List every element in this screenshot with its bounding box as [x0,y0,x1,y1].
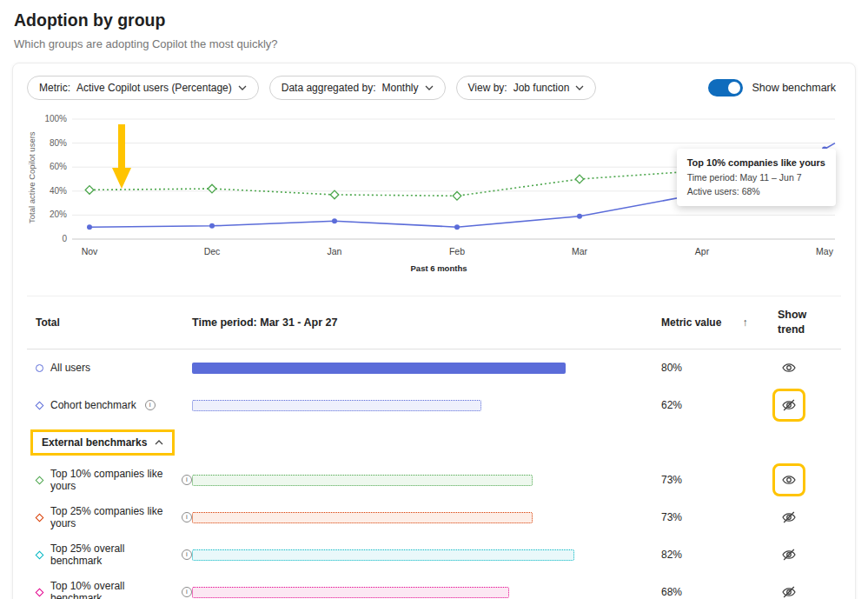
chevron-down-icon [238,85,247,90]
info-icon[interactable] [145,400,156,410]
metric-filter-label: Metric: [39,82,70,94]
chart-tooltip: Top 10% companies like yours Time period… [677,149,836,206]
table-row-cohort-benchmark: Cohort benchmark 62% [27,387,841,424]
svg-text:100%: 100% [44,114,67,123]
show-benchmark-label: Show benchmark [752,82,836,94]
benchmark-toggle-group: Show benchmark [708,79,836,97]
row-label: Top 25% overall benchmark [50,542,173,567]
filter-row: Metric: Active Copilot users (Percentage… [27,76,841,100]
row-label: Top 25% companies like yours [50,505,173,529]
svg-text:20%: 20% [50,210,67,219]
y-axis-label: Total active Copilot users [27,114,36,241]
metric-value: 73% [661,474,757,486]
show-trend-toggle[interactable] [778,506,800,529]
header-metric-value[interactable]: Metric value [661,316,757,329]
table-header: Total Time period: Mar 31 - Apr 27 Metri… [27,296,841,349]
table-row-top25-companies: Top 25% companies like yours 73% [27,499,841,536]
view-by-filter-dropdown[interactable]: View by: Job function [456,76,597,100]
toggle-knob [728,82,740,94]
row-label: Top 10% companies like yours [50,468,173,492]
show-trend-toggle[interactable] [778,543,800,566]
aggregation-filter-dropdown[interactable]: Data aggregated by: Monthly [269,76,446,100]
sort-ascending-icon[interactable] [742,316,747,329]
row-label: Cohort benchmark [50,399,136,411]
show-trend-toggle[interactable] [778,581,800,599]
table-row-top25-overall: Top 25% overall benchmark 82% [27,536,841,574]
info-icon[interactable] [182,475,192,485]
legend-diamond-icon [36,550,44,559]
svg-text:Mar: Mar [572,246,588,256]
tooltip-active-users: Active users: 68% [687,184,825,198]
aggregation-filter-label: Data aggregated by: [282,82,376,94]
row-label: Top 10% overall benchmark [50,580,173,599]
eye-off-icon [781,547,797,562]
legend-diamond-icon [36,476,44,484]
svg-text:Feb: Feb [449,246,465,256]
metric-value: 68% [661,586,757,598]
external-benchmarks-section: External benchmarks [27,424,841,462]
svg-text:80%: 80% [50,138,67,148]
chevron-down-icon [425,85,434,90]
view-by-filter-label: View by: [468,82,507,94]
page-subtitle: Which groups are adopting Copilot the mo… [14,37,856,50]
adoption-card: Metric: Active Copilot users (Percentage… [12,63,856,599]
svg-text:Dec: Dec [204,246,221,256]
metric-bar [192,400,481,411]
svg-text:May: May [816,246,834,256]
page-title: Adoption by group [14,10,856,30]
metric-bar [192,475,533,486]
metric-value: 80% [661,362,757,374]
svg-text:60%: 60% [50,162,67,171]
annotation-arrow-icon [110,124,133,190]
legend-diamond-icon [36,401,44,409]
header-time-period[interactable]: Time period: Mar 31 - Apr 27 [192,316,661,329]
svg-text:Nov: Nov [82,246,98,256]
table-row-top10-overall: Top 10% overall benchmark 68% [27,574,841,599]
eye-off-icon [781,584,797,599]
chevron-up-icon [155,440,163,445]
eye-off-icon [781,397,797,413]
table-row-all-users: All users 80% [27,349,841,387]
tooltip-time-period: Time period: May 11 – Jun 7 [687,170,825,184]
svg-text:Jan: Jan [328,246,342,256]
metric-filter-dropdown[interactable]: Metric: Active Copilot users (Percentage… [27,76,259,100]
external-benchmarks-toggle[interactable]: External benchmarks [30,429,175,456]
header-show-trend: Show trend [778,308,818,337]
view-by-filter-value: Job function [514,82,570,94]
metric-value: 73% [661,511,757,523]
info-icon[interactable] [182,587,192,597]
adoption-page: Adoption by group Which groups are adopt… [0,0,868,599]
metric-bar [192,587,509,598]
eye-off-icon [781,509,797,525]
svg-text:0: 0 [62,234,67,243]
eye-icon [781,360,797,376]
tooltip-title: Top 10% companies like yours [687,156,825,170]
chart-area: Total active Copilot users 020%40%60%80%… [27,109,841,273]
row-label: All users [50,362,90,374]
info-icon[interactable] [182,549,192,560]
legend-circle-icon [36,364,43,372]
table-row-top10-companies: Top 10% companies like yours 73% [27,462,841,499]
metric-bar [192,549,574,561]
metric-bar [192,363,566,374]
section-label: External benchmarks [42,436,147,449]
eye-icon [781,472,797,488]
filter-pills: Metric: Active Copilot users (Percentage… [27,76,596,100]
show-trend-toggle[interactable] [778,394,800,416]
legend-diamond-icon [36,513,44,522]
adoption-table: Total Time period: Mar 31 - Apr 27 Metri… [27,296,841,599]
show-trend-toggle[interactable] [778,356,800,379]
chevron-down-icon [575,85,584,90]
metric-value: 82% [661,549,757,561]
metric-value: 62% [661,399,757,411]
aggregation-filter-value: Monthly [382,82,419,94]
metric-filter-value: Active Copilot users (Percentage) [76,82,232,94]
svg-text:Apr: Apr [695,246,710,256]
header-total: Total [27,316,192,329]
show-trend-toggle[interactable] [778,469,800,491]
info-icon[interactable] [182,512,192,522]
show-benchmark-toggle[interactable] [708,79,743,97]
metric-bar [192,512,533,523]
legend-diamond-icon [36,588,44,596]
svg-text:40%: 40% [50,186,67,196]
